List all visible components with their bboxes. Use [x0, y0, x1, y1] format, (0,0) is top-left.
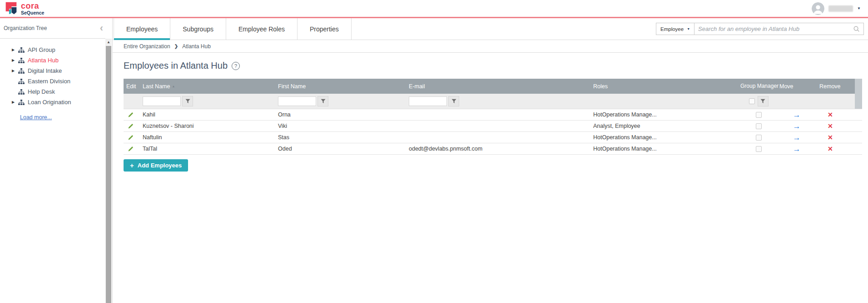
user-avatar-icon[interactable] — [812, 2, 824, 15]
col-header-move[interactable]: Move — [777, 83, 817, 90]
move-arrow-icon[interactable]: → — [777, 145, 817, 153]
col-header-first-name[interactable]: First Name — [275, 83, 406, 90]
organization-tree-panel: Organization Tree ‹ ▶ API Group ▶ Atlant… — [0, 18, 113, 303]
last-name-filter-input[interactable] — [143, 96, 181, 106]
org-unit-icon — [18, 99, 25, 105]
tree-item-label[interactable]: API Group — [28, 46, 55, 53]
email-cell: odedt@devlabs.pnmsoft.com — [406, 146, 590, 152]
search-scope-value: Employee — [660, 26, 684, 32]
move-arrow-icon[interactable]: → — [777, 111, 817, 119]
group-manager-filter-icon[interactable] — [758, 96, 769, 106]
page-title: Employees in Atlanta Hub — [124, 61, 228, 71]
tree-item-label[interactable]: Digital Intake — [28, 67, 62, 74]
help-icon[interactable]: ? — [232, 62, 240, 70]
tab-subgroups[interactable]: Subgroups — [170, 18, 226, 40]
last-name-filter-icon[interactable] — [182, 96, 193, 106]
breadcrumb: Entire Organization ❯ Atlanta Hub — [113, 40, 868, 53]
col-header-remove[interactable]: Remove — [817, 83, 855, 90]
logo-text: cora — [21, 2, 44, 10]
remove-x-icon[interactable]: ✕ — [817, 123, 855, 129]
tree-item-label[interactable]: Help Desk — [28, 88, 55, 95]
group-manager-checkbox[interactable] — [756, 135, 762, 141]
grid-scrollbar-strip — [855, 94, 862, 109]
breadcrumb-entire-organization[interactable]: Entire Organization — [124, 43, 170, 50]
search-bar: Employee ▼ — [656, 23, 864, 35]
tree-item-label[interactable]: Eastern Division — [28, 78, 70, 85]
edit-pencil-icon[interactable] — [124, 112, 140, 118]
chevron-down-icon: ▼ — [687, 27, 690, 30]
tree-item-eastern-division[interactable]: Eastern Division — [0, 76, 112, 86]
tree-item-loan-origination[interactable]: ▶ Loan Origination — [0, 97, 112, 107]
move-arrow-icon[interactable]: → — [777, 122, 817, 130]
tree-item-label[interactable]: Atlanta Hub — [28, 57, 59, 64]
col-header-last-name[interactable]: Last Name▲ — [140, 83, 275, 90]
collapse-sidebar-icon[interactable]: ‹ — [100, 23, 103, 33]
tree-item-help-desk[interactable]: Help Desk — [0, 86, 112, 97]
logo-subtext: SeQuence — [21, 10, 44, 15]
topbar: cora SeQuence ▼ — [0, 0, 868, 18]
col-header-edit[interactable]: Edit — [124, 83, 140, 90]
sort-asc-icon: ▲ — [172, 85, 175, 88]
breadcrumb-atlanta-hub[interactable]: Atlanta Hub — [182, 43, 211, 50]
group-manager-checkbox[interactable] — [756, 146, 762, 152]
grid-header-row: Edit Last Name▲ First Name E-mail Roles … — [124, 79, 862, 94]
sidebar-divider — [0, 38, 105, 39]
first-name-cell: Oded — [275, 146, 406, 152]
tab-employee-roles[interactable]: Employee Roles — [226, 18, 298, 40]
col-header-roles[interactable]: Roles — [590, 83, 740, 90]
remove-x-icon[interactable]: ✕ — [817, 111, 855, 118]
roles-cell: Analyst, Employee — [590, 123, 740, 129]
last-name-cell: Kuznetsov - Sharoni — [140, 123, 275, 129]
tab-employees[interactable]: Employees — [114, 18, 170, 40]
remove-x-icon[interactable]: ✕ — [817, 146, 855, 152]
edit-pencil-icon[interactable] — [124, 146, 140, 152]
expand-icon[interactable]: ▶ — [12, 69, 18, 73]
group-manager-filter-checkbox[interactable] — [749, 98, 755, 104]
tree-item-api-group[interactable]: ▶ API Group — [0, 45, 112, 55]
email-filter-icon[interactable] — [448, 96, 459, 106]
email-filter-input[interactable] — [409, 96, 447, 106]
organization-tree: ▶ API Group ▶ Atlanta Hub ▶ Digital Inta… — [0, 38, 112, 121]
move-arrow-icon[interactable]: → — [777, 134, 817, 141]
first-name-filter-icon[interactable] — [317, 96, 328, 106]
expand-icon[interactable]: ▶ — [12, 48, 18, 52]
scroll-up-icon[interactable]: ▲ — [105, 39, 112, 45]
org-unit-icon — [18, 47, 25, 53]
col-header-email[interactable]: E-mail — [406, 83, 590, 90]
add-employees-button[interactable]: + Add Employees — [124, 159, 188, 172]
col-header-group-manager[interactable]: Group Manager — [740, 83, 777, 90]
remove-x-icon[interactable]: ✕ — [817, 134, 855, 141]
last-name-cell: TalTal — [140, 146, 275, 152]
edit-pencil-icon[interactable] — [124, 123, 140, 129]
add-employees-label: Add Employees — [138, 162, 182, 169]
scrollbar-thumb[interactable] — [106, 46, 111, 303]
grid-scrollbar-strip — [855, 79, 862, 94]
user-menu[interactable]: ▼ — [812, 2, 861, 15]
expand-icon[interactable]: ▶ — [12, 100, 18, 104]
org-unit-icon — [18, 78, 25, 84]
breadcrumb-separator-icon: ❯ — [174, 44, 178, 49]
sidebar-title: Organization Tree — [4, 25, 47, 31]
group-manager-checkbox[interactable] — [756, 112, 762, 118]
tab-properties[interactable]: Properties — [298, 18, 352, 40]
tree-item-digital-intake[interactable]: ▶ Digital Intake — [0, 66, 112, 76]
tree-item-label[interactable]: Loan Origination — [28, 99, 71, 106]
edit-pencil-icon[interactable] — [124, 135, 140, 141]
load-more-link[interactable]: Load more... — [20, 114, 52, 121]
search-scope-select[interactable]: Employee ▼ — [656, 23, 694, 35]
roles-cell: HotOperations Manage... — [590, 111, 740, 118]
group-manager-checkbox[interactable] — [756, 123, 762, 129]
first-name-filter-input[interactable] — [278, 96, 316, 106]
sidebar-scrollbar[interactable]: ▲ — [105, 39, 112, 303]
user-menu-caret-icon[interactable]: ▼ — [857, 6, 861, 10]
table-row: Kuznetsov - Sharoni Viki Analyst, Employ… — [124, 121, 862, 132]
table-row: Naftulin Stas HotOperations Manage... → … — [124, 132, 862, 143]
expand-icon[interactable]: ▶ — [12, 58, 18, 62]
tree-item-atlanta-hub[interactable]: ▶ Atlanta Hub — [0, 55, 112, 66]
employees-grid: Edit Last Name▲ First Name E-mail Roles … — [124, 79, 862, 155]
search-input[interactable] — [694, 25, 853, 32]
org-unit-icon — [18, 89, 25, 95]
grid-filter-row — [124, 94, 862, 109]
search-icon[interactable] — [853, 25, 860, 32]
tab-bar: Employees Subgroups Employee Roles Prope… — [113, 18, 868, 40]
